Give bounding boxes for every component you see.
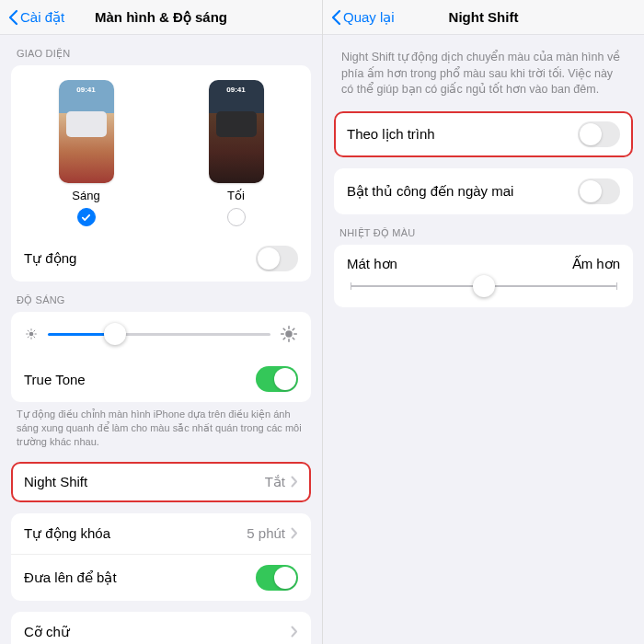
night-shift-value: Tắt: [265, 474, 285, 490]
temp-warmer-label: Ấm hơn: [572, 256, 620, 272]
back-label: Cài đặt: [20, 9, 64, 26]
appearance-option-dark[interactable]: 09:41 Tối: [209, 80, 264, 226]
night-shift-card: Night Shift Tắt: [11, 462, 311, 502]
preview-time: 09:41: [59, 86, 114, 94]
appearance-preview-light: 09:41: [59, 80, 114, 183]
back-button[interactable]: Cài đặt: [7, 9, 64, 26]
sun-low-icon: [24, 327, 39, 341]
auto-lock-value: 5 phút: [247, 525, 285, 541]
brightness-slider-row: [11, 312, 311, 356]
navbar: Cài đặt Màn hình & Độ sáng: [0, 0, 322, 35]
svg-line-8: [34, 330, 35, 331]
lock-card: Tự động khóa 5 phút Đưa lên để bật: [11, 513, 311, 601]
chevron-right-icon: [291, 527, 298, 539]
row-label: Tự động: [24, 250, 76, 267]
page-title: Màn hình & Độ sáng: [95, 9, 227, 26]
svg-line-17: [293, 328, 294, 330]
chevron-left-icon: [7, 9, 18, 26]
toggle-manual-enable[interactable]: [578, 178, 620, 204]
section-header-color-temp: NHIỆT ĐỘ MÀU: [334, 214, 633, 245]
row-label: Đưa lên để bật: [24, 569, 117, 586]
row-raise-to-wake: Đưa lên để bật: [11, 554, 311, 601]
temp-cooler-label: Mát hơn: [347, 256, 397, 272]
svg-line-5: [28, 330, 29, 331]
row-label: Bật thủ công đến ngày mai: [347, 183, 513, 200]
svg-point-0: [29, 332, 34, 337]
display-settings-pane: Cài đặt Màn hình & Độ sáng GIAO DIỆN 09:…: [0, 0, 322, 644]
appearance-label-light: Sáng: [72, 189, 99, 202]
chevron-right-icon: [291, 476, 298, 488]
row-label: Theo lịch trình: [347, 126, 435, 143]
sun-high-icon: [280, 325, 298, 343]
page-title: Night Shift: [449, 9, 519, 25]
manual-card: Bật thủ công đến ngày mai: [334, 168, 633, 214]
row-manual-enable: Bật thủ công đến ngày mai: [334, 168, 633, 214]
appearance-option-light[interactable]: 09:41 Sáng: [59, 80, 114, 226]
svg-line-7: [28, 337, 29, 338]
text-size-card: Cỡ chữ: [11, 612, 311, 644]
row-label: Cỡ chữ: [24, 624, 70, 640]
appearance-card: 09:41 Sáng 09:41 Tối: [11, 65, 311, 282]
night-shift-description: Night Shift tự động dịch chuyển màu của …: [334, 35, 633, 111]
row-text-size[interactable]: Cỡ chữ: [11, 612, 311, 644]
row-label: True Tone: [24, 372, 86, 387]
toggle-true-tone[interactable]: [256, 366, 298, 392]
slider-thumb[interactable]: [473, 275, 495, 297]
back-label: Quay lại: [343, 9, 395, 26]
row-auto-appearance: Tự động: [11, 236, 311, 282]
row-true-tone: True Tone: [11, 356, 311, 402]
appearance-preview-dark: 09:41: [209, 80, 264, 183]
row-label: Tự động khóa: [24, 525, 110, 542]
row-scheduled: Theo lịch trình: [334, 111, 633, 157]
svg-line-15: [293, 338, 294, 339]
row-auto-lock[interactable]: Tự động khóa 5 phút: [11, 513, 311, 554]
scheduled-card: Theo lịch trình: [334, 111, 633, 157]
section-header-brightness: ĐỘ SÁNG: [11, 282, 311, 312]
toggle-raise-to-wake[interactable]: [256, 565, 298, 591]
slider-thumb[interactable]: [104, 323, 126, 345]
navbar: Quay lại Night Shift: [323, 0, 644, 35]
radio-dark[interactable]: [227, 208, 246, 226]
svg-line-6: [34, 337, 35, 338]
appearance-label-dark: Tối: [227, 189, 245, 202]
row-label: Night Shift: [24, 474, 87, 489]
svg-line-14: [283, 328, 285, 330]
toggle-scheduled[interactable]: [578, 121, 620, 147]
night-shift-pane: Quay lại Night Shift Night Shift tự động…: [322, 0, 644, 644]
toggle-auto-appearance[interactable]: [256, 246, 298, 271]
preview-widget: [216, 111, 257, 137]
brightness-slider[interactable]: [48, 333, 270, 336]
color-temp-card: Mát hơn Ấm hơn: [334, 245, 633, 307]
preview-time: 09:41: [209, 86, 264, 94]
preview-widget: [66, 111, 107, 137]
chevron-left-icon: [330, 9, 341, 26]
color-temp-slider[interactable]: [351, 285, 616, 287]
svg-line-16: [283, 338, 285, 339]
back-button[interactable]: Quay lại: [330, 9, 395, 26]
svg-point-9: [285, 330, 293, 338]
brightness-card: True Tone: [11, 312, 311, 402]
section-header-appearance: GIAO DIỆN: [11, 35, 311, 65]
radio-light[interactable]: [77, 208, 96, 226]
true-tone-description: Tự động điều chỉnh màn hình iPhone dựa t…: [11, 402, 311, 451]
row-night-shift[interactable]: Night Shift Tắt: [11, 462, 311, 502]
check-icon: [81, 213, 91, 223]
chevron-right-icon: [291, 626, 298, 638]
